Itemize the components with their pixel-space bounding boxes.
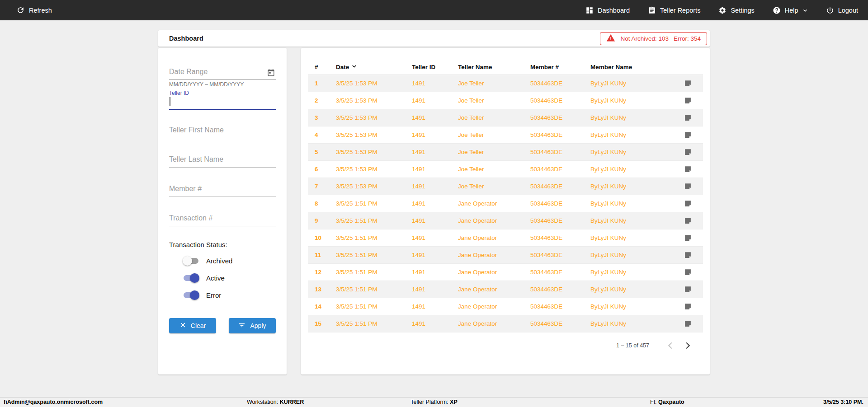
note-icon[interactable] xyxy=(684,303,692,310)
teller-id-input[interactable] xyxy=(169,96,276,110)
nav-logout[interactable]: Logout xyxy=(826,6,858,14)
row-number: 7 xyxy=(315,183,336,190)
row-teller-id: 1491 xyxy=(412,234,458,241)
row-teller-id: 1491 xyxy=(412,166,458,173)
note-icon[interactable] xyxy=(684,148,692,156)
table-row[interactable]: 153/5/25 1:51 PM1491Jane Operator5034463… xyxy=(308,315,703,332)
column-header-teller-name[interactable]: Teller Name xyxy=(458,64,530,70)
note-icon[interactable] xyxy=(684,114,692,122)
nav-dashboard[interactable]: Dashboard xyxy=(585,6,630,14)
row-teller-name: Joe Teller xyxy=(458,97,530,104)
row-date: 3/5/25 1:53 PM xyxy=(336,131,412,138)
footer-datetime: 3/5/25 3:10 PM. xyxy=(823,399,863,405)
table-row[interactable]: 133/5/25 1:51 PM1491Jane Operator5034463… xyxy=(308,281,703,298)
note-icon[interactable] xyxy=(684,182,692,190)
text-caret xyxy=(170,97,170,106)
row-date: 3/5/25 1:53 PM xyxy=(336,183,412,190)
table-row[interactable]: 13/5/25 1:53 PM1491Joe Teller5034463DEBy… xyxy=(308,75,703,92)
row-date: 3/5/25 1:51 PM xyxy=(336,303,412,310)
row-member-name: ByLyJI KUNy xyxy=(590,149,678,155)
row-number: 12 xyxy=(315,269,336,276)
teller-first-name-field xyxy=(169,123,276,138)
note-icon[interactable] xyxy=(684,234,692,242)
row-member-number: 5034463DE xyxy=(530,303,590,310)
row-number: 6 xyxy=(315,166,336,173)
table-row[interactable]: 43/5/25 1:53 PM1491Joe Teller5034463DEBy… xyxy=(308,126,703,144)
row-teller-name: Jane Operator xyxy=(458,303,530,310)
table-row[interactable]: 33/5/25 1:53 PM1491Joe Teller5034463DEBy… xyxy=(308,109,703,126)
next-page-button[interactable] xyxy=(679,337,696,354)
table-row[interactable]: 73/5/25 1:53 PM1491Joe Teller5034463DEBy… xyxy=(308,178,703,195)
refresh-label: Refresh xyxy=(29,7,52,14)
calendar-icon[interactable] xyxy=(267,69,275,78)
toggle-error[interactable]: Error xyxy=(183,290,276,300)
page-title: Dashboard xyxy=(169,35,203,42)
row-teller-id: 1491 xyxy=(412,114,458,121)
row-member-number: 5034463DE xyxy=(530,166,590,173)
sort-desc-icon xyxy=(351,63,357,70)
note-icon[interactable] xyxy=(684,97,692,104)
row-member-number: 5034463DE xyxy=(530,149,590,155)
filter-icon xyxy=(238,322,245,330)
apply-button[interactable]: Apply xyxy=(229,318,276,333)
teller-last-name-input[interactable] xyxy=(169,153,276,168)
main-content: Dashboard Not Archived: 103 Error: 354 M… xyxy=(158,30,710,374)
row-teller-name: Joe Teller xyxy=(458,80,530,87)
status-alert-badge[interactable]: Not Archived: 103 Error: 354 xyxy=(600,32,707,45)
member-number-input[interactable] xyxy=(169,182,276,197)
table-body: 13/5/25 1:53 PM1491Joe Teller5034463DEBy… xyxy=(308,75,703,332)
note-icon[interactable] xyxy=(684,285,692,293)
toggle-switch-icon xyxy=(183,273,199,283)
previous-page-button[interactable] xyxy=(662,337,679,354)
column-header-number[interactable]: # xyxy=(315,64,336,70)
note-icon[interactable] xyxy=(684,320,692,327)
note-icon[interactable] xyxy=(684,217,692,225)
table-row[interactable]: 103/5/25 1:51 PM1491Jane Operator5034463… xyxy=(308,229,703,247)
clear-button[interactable]: Clear xyxy=(169,318,216,333)
transaction-status-label: Transaction Status: xyxy=(169,241,276,248)
column-header-date[interactable]: Date xyxy=(336,63,412,70)
nav-teller-reports[interactable]: Teller Reports xyxy=(648,6,700,14)
column-header-member-number[interactable]: Member # xyxy=(530,64,590,70)
row-member-number: 5034463DE xyxy=(530,286,590,293)
row-member-number: 5034463DE xyxy=(530,131,590,138)
table-row[interactable]: 53/5/25 1:53 PM1491Joe Teller5034463DEBy… xyxy=(308,144,703,161)
row-date: 3/5/25 1:53 PM xyxy=(336,166,412,173)
row-date: 3/5/25 1:53 PM xyxy=(336,80,412,87)
note-icon[interactable] xyxy=(684,165,692,173)
nav-help[interactable]: Help xyxy=(773,6,808,14)
date-range-input[interactable] xyxy=(169,65,276,80)
transaction-number-input[interactable] xyxy=(169,211,276,226)
row-number: 8 xyxy=(315,200,336,207)
table-row[interactable]: 23/5/25 1:53 PM1491Joe Teller5034463DEBy… xyxy=(308,92,703,109)
row-number: 1 xyxy=(315,80,336,87)
row-member-name: ByLyJI KUNy xyxy=(590,114,678,121)
table-row[interactable]: 143/5/25 1:51 PM1491Jane Operator5034463… xyxy=(308,298,703,315)
refresh-button[interactable]: Refresh xyxy=(16,6,52,14)
status-footer: fiAdmin@qaxpauto.onmicrosoft.com Worksta… xyxy=(0,397,868,407)
column-header-teller-id[interactable]: Teller ID xyxy=(412,64,458,70)
table-row[interactable]: 93/5/25 1:51 PM1491Jane Operator5034463D… xyxy=(308,212,703,229)
row-teller-name: Jane Operator xyxy=(458,269,530,276)
clear-button-label: Clear xyxy=(191,322,206,329)
row-member-number: 5034463DE xyxy=(530,183,590,190)
table-row[interactable]: 123/5/25 1:51 PM1491Jane Operator5034463… xyxy=(308,264,703,281)
toggle-archived[interactable]: Archived xyxy=(183,256,276,266)
teller-first-name-input[interactable] xyxy=(169,123,276,138)
note-icon[interactable] xyxy=(684,268,692,276)
table-row[interactable]: 83/5/25 1:51 PM1491Jane Operator5034463D… xyxy=(308,195,703,212)
toggle-active[interactable]: Active xyxy=(183,273,276,283)
table-row[interactable]: 113/5/25 1:51 PM1491Jane Operator5034463… xyxy=(308,247,703,264)
row-teller-id: 1491 xyxy=(412,80,458,87)
note-icon[interactable] xyxy=(684,200,692,207)
row-teller-name: Jane Operator xyxy=(458,286,530,293)
note-icon[interactable] xyxy=(684,80,692,87)
row-member-number: 5034463DE xyxy=(530,252,590,258)
table-row[interactable]: 63/5/25 1:53 PM1491Joe Teller5034463DEBy… xyxy=(308,161,703,178)
column-header-member-name[interactable]: Member Name xyxy=(590,64,678,70)
nav-settings[interactable]: Settings xyxy=(718,6,754,14)
note-icon[interactable] xyxy=(684,251,692,259)
note-icon[interactable] xyxy=(684,131,692,139)
row-member-number: 5034463DE xyxy=(530,269,590,276)
row-number: 13 xyxy=(315,286,336,293)
